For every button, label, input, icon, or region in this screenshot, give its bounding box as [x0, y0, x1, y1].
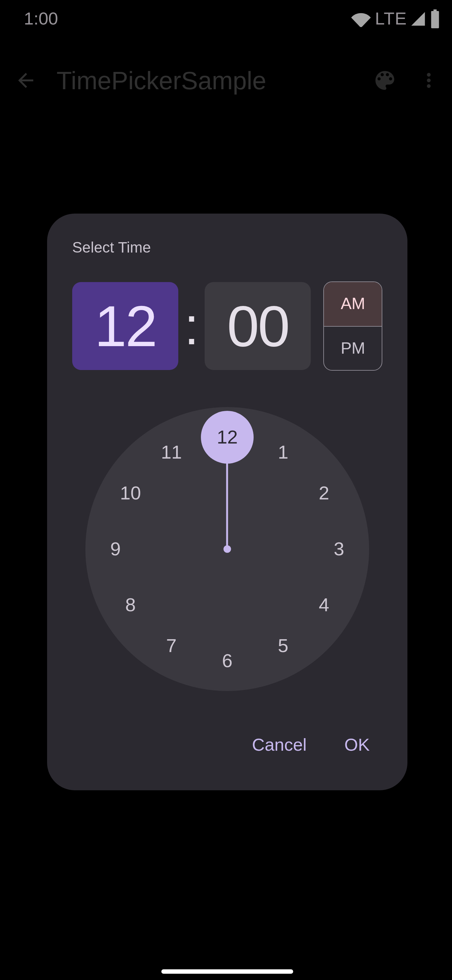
- dialog-actions: Cancel OK: [242, 726, 380, 764]
- ampm-toggle: AM PM: [324, 282, 382, 371]
- time-colon: :: [179, 300, 205, 352]
- am-button[interactable]: AM: [324, 282, 382, 326]
- clock-num-9[interactable]: 9: [100, 533, 131, 565]
- clock-num-10[interactable]: 10: [115, 477, 146, 509]
- navigation-handle-icon[interactable]: [161, 969, 293, 974]
- time-picker-dialog: Select Time 12 : 00 AM PM 12 1 2 3 4 5 6…: [47, 213, 408, 790]
- clock-num-1[interactable]: 1: [267, 437, 299, 468]
- clock-num-6[interactable]: 6: [212, 645, 243, 676]
- clock-num-8[interactable]: 8: [115, 589, 146, 620]
- clock-center-icon: [224, 545, 231, 553]
- clock-face[interactable]: 12 1 2 3 4 5 6 7 8 9 10 11 12: [86, 407, 369, 691]
- cancel-button[interactable]: Cancel: [242, 726, 317, 764]
- clock-num-3[interactable]: 3: [323, 533, 355, 565]
- ok-button[interactable]: OK: [334, 726, 380, 764]
- clock-num-7[interactable]: 7: [156, 630, 187, 662]
- hour-field[interactable]: 12: [72, 282, 179, 370]
- minute-field[interactable]: 00: [205, 282, 311, 370]
- clock-num-5[interactable]: 5: [267, 630, 299, 662]
- pm-button[interactable]: PM: [324, 326, 382, 370]
- clock-num-11[interactable]: 11: [156, 437, 187, 468]
- time-input-row: 12 : 00 AM PM: [72, 282, 382, 371]
- dialog-title: Select Time: [72, 239, 382, 256]
- clock-num-4[interactable]: 4: [308, 589, 339, 620]
- clock-num-2[interactable]: 2: [308, 477, 339, 509]
